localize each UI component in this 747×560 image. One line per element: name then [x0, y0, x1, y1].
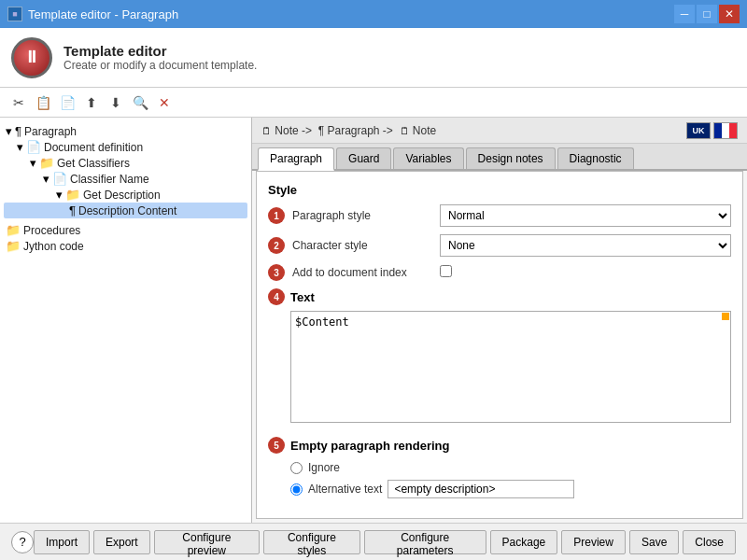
text-section-title: Text — [290, 290, 315, 304]
field-num-4: 4 — [268, 288, 285, 305]
tree-item-description-content[interactable]: ¶ Description Content — [4, 203, 247, 218]
empty-section-title-text: Empty paragraph rendering — [290, 439, 449, 453]
delete-button[interactable]: ✕ — [153, 91, 176, 114]
character-style-label: Character style — [292, 239, 432, 252]
paragraph-style-control[interactable]: Normal Heading 1 Heading 2 Body Text — [440, 204, 731, 227]
search-button[interactable]: 🔍 — [129, 91, 151, 114]
close-button-bottom[interactable]: Close — [683, 530, 736, 554]
field-num-2: 2 — [268, 237, 285, 254]
app-icon: ■ — [7, 7, 22, 21]
configure-styles-button[interactable]: Configure styles — [263, 530, 360, 554]
configure-preview-button[interactable]: Configure preview — [154, 530, 260, 554]
paste-button[interactable]: 📋 — [32, 91, 54, 114]
header-text: Template editor Create or modify a docum… — [63, 43, 257, 72]
window-title: Template editor - Paragraph — [28, 7, 178, 21]
classifier-icon: 📄 — [52, 172, 67, 186]
package-button[interactable]: Package — [490, 530, 558, 554]
tree-item-procedures[interactable]: 📁 Procedures — [4, 222, 247, 238]
ignore-label: Ignore — [308, 461, 340, 474]
tab-variables[interactable]: Variables — [393, 147, 463, 169]
tabs-bar: Paragraph Guard Variables Design notes D… — [252, 144, 747, 171]
tree-label-procedures: Procedures — [23, 224, 80, 237]
save-button[interactable]: Save — [629, 530, 679, 554]
maximize-button[interactable]: □ — [697, 5, 717, 23]
field-num-3: 3 — [268, 264, 285, 281]
jython-folder-icon: 📁 — [6, 239, 21, 253]
collapse-icon-2: ▾ — [17, 140, 23, 154]
export-button[interactable]: Export — [93, 530, 150, 554]
configure-parameters-button[interactable]: Configure parameters — [364, 530, 486, 554]
tree-label-get-description: Get Description — [83, 189, 161, 202]
doc-index-checkbox[interactable] — [440, 265, 452, 277]
paragraph-icon: ¶ — [15, 124, 21, 138]
alt-text-radio-row: Alternative text — [290, 480, 731, 498]
collapse-icon-4: ▾ — [43, 172, 49, 186]
tree-item-get-classifiers[interactable]: ▾ 📁 Get Classifiers — [4, 155, 247, 171]
close-button[interactable]: ✕ — [719, 5, 740, 23]
style-section-title: Style — [268, 183, 731, 197]
empty-section-header: 5 Empty paragraph rendering — [268, 437, 731, 454]
doc-icon: 📄 — [26, 140, 41, 154]
tree-label-description-content: Description Content — [78, 204, 176, 217]
tree-label-paragraph: Paragraph — [24, 125, 77, 138]
tree-item-get-description[interactable]: ▾ 📁 Get Description — [4, 187, 247, 203]
proc-folder-icon: 📁 — [6, 223, 21, 237]
content-icon: ¶ — [69, 203, 76, 217]
tab-design-notes[interactable]: Design notes — [466, 147, 556, 169]
header-title: Template editor — [63, 43, 257, 59]
text-area-container: $Content — [290, 311, 731, 426]
paragraph-style-select[interactable]: Normal Heading 1 Heading 2 Body Text — [440, 204, 731, 227]
preview-button[interactable]: Preview — [561, 530, 626, 554]
language-flags: UK — [686, 122, 738, 139]
move-down-button[interactable]: ⬇ — [105, 91, 127, 114]
character-style-control[interactable]: None Bold Italic — [440, 234, 731, 257]
flag-uk-button[interactable]: UK — [686, 122, 711, 139]
tree-item-classifier-name[interactable]: ▾ 📄 Classifier Name — [4, 171, 247, 187]
tree-pane: ▾ ¶ Paragraph ▾ 📄 Document definition ▾ … — [0, 118, 252, 523]
folder-icon: 📁 — [39, 156, 54, 170]
doc-index-row: 3 Add to document index — [268, 264, 731, 281]
character-style-select[interactable]: None Bold Italic — [440, 234, 731, 257]
field-num-5: 5 — [268, 437, 285, 454]
tree-label-jython: Jython code — [23, 240, 84, 253]
tree-label-get-classifiers: Get Classifiers — [57, 157, 130, 170]
breadcrumb-bar: 🗒 Note -> ¶ Paragraph -> 🗒 Note UK — [252, 118, 747, 144]
collapse-icon: ▾ — [6, 124, 12, 138]
tree-label-doc-def: Document definition — [44, 141, 143, 154]
alt-text-input[interactable] — [388, 480, 574, 498]
bottom-left: ? — [11, 531, 34, 553]
tree-item-doc-def[interactable]: ▾ 📄 Document definition — [4, 139, 247, 155]
field-num-1: 1 — [268, 207, 285, 224]
alt-text-radio[interactable] — [290, 483, 303, 496]
toolbar: ✂ 📋 📄 ⬆ ⬇ 🔍 ✕ — [0, 88, 747, 118]
tree-item-jython[interactable]: 📁 Jython code — [4, 238, 247, 254]
main-content: ▾ ¶ Paragraph ▾ 📄 Document definition ▾ … — [0, 118, 747, 523]
paragraph-style-row: 1 Paragraph style Normal Heading 1 Headi… — [268, 204, 731, 227]
paragraph-style-label: Paragraph style — [292, 209, 432, 222]
import-button[interactable]: Import — [34, 530, 90, 554]
titlebar: ■ Template editor - Paragraph ─ □ ✕ — [0, 0, 747, 28]
copy-button[interactable]: 📄 — [56, 91, 78, 114]
alt-text-label: Alternative text — [308, 483, 382, 496]
minimize-button[interactable]: ─ — [674, 5, 695, 23]
text-content-area[interactable]: $Content — [290, 311, 731, 423]
tree-item-paragraph[interactable]: ▾ ¶ Paragraph — [4, 123, 247, 139]
text-section-header: 4 Text — [268, 288, 731, 305]
doc-index-control[interactable] — [440, 265, 731, 280]
ignore-radio[interactable] — [290, 462, 303, 474]
help-button[interactable]: ? — [11, 531, 34, 553]
ignore-radio-row: Ignore — [290, 461, 731, 474]
text-area-corner-indicator — [722, 313, 729, 320]
desc-folder-icon: 📁 — [65, 188, 80, 202]
header-subtitle: Create or modify a document template. — [63, 59, 257, 72]
flag-fr-button[interactable] — [713, 122, 738, 139]
empty-paragraph-section: 5 Empty paragraph rendering Ignore Alter… — [268, 437, 731, 498]
tab-content-paragraph: Style 1 Paragraph style Normal Heading 1… — [256, 171, 743, 519]
tab-diagnostic[interactable]: Diagnostic — [557, 147, 634, 169]
tab-paragraph[interactable]: Paragraph — [258, 147, 334, 171]
tab-guard[interactable]: Guard — [336, 147, 391, 169]
cut-button[interactable]: ✂ — [7, 91, 30, 114]
move-up-button[interactable]: ⬆ — [80, 91, 103, 114]
collapse-icon-5: ▾ — [56, 188, 63, 202]
doc-index-label: Add to document index — [292, 266, 432, 279]
